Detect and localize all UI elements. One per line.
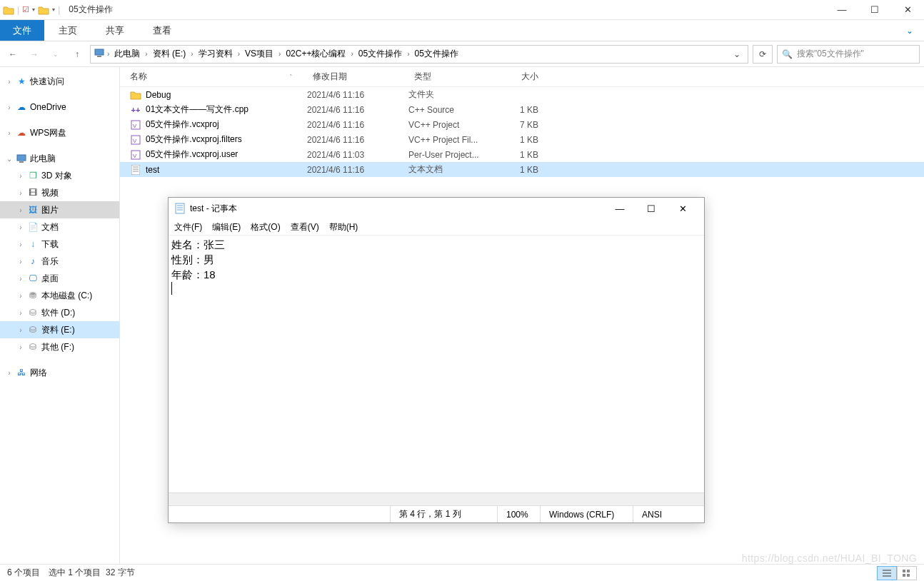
window-controls: — ☐ ✕	[825, 0, 924, 20]
qat-dropdown-2-icon[interactable]: ▾	[52, 6, 55, 13]
sidebar-label: 资料 (E:)	[41, 324, 75, 336]
tab-file[interactable]: 文件	[0, 20, 44, 41]
menu-help[interactable]: 帮助(H)	[329, 221, 358, 233]
notepad-scrollbar-horizontal[interactable]	[169, 492, 704, 505]
cursor-position: 第 4 行，第 1 列	[390, 506, 497, 522]
up-button[interactable]: ↑	[69, 46, 86, 63]
refresh-button[interactable]: ⟳	[753, 45, 773, 64]
sidebar-label: 视频	[41, 187, 59, 199]
qat-dropdown-icon[interactable]: ▾	[32, 6, 35, 13]
notepad-textarea[interactable]: 姓名：张三 性别：男 年龄：18	[169, 235, 704, 492]
sidebar-documents[interactable]: ›📄文档	[0, 218, 119, 236]
status-selection: 选中 1 个项目 32 字节	[49, 567, 135, 579]
sidebar-onedrive[interactable]: ›☁OneDrive	[0, 98, 119, 116]
ribbon-expand-icon[interactable]: ⌄	[895, 20, 924, 41]
sidebar-videos[interactable]: ›🎞视频	[0, 184, 119, 201]
col-size[interactable]: 大小	[494, 71, 544, 83]
file-name: 05文件操作.vcxproj	[146, 118, 219, 131]
minimize-button[interactable]: —	[825, 0, 858, 20]
crumb-2[interactable]: 学习资料	[196, 48, 236, 60]
star-icon: ★	[16, 76, 27, 87]
chevron-right-icon[interactable]: ›	[190, 50, 194, 58]
file-row[interactable]: V05文件操作.vcxproj.filters2021/4/6 11:16VC+…	[120, 132, 924, 147]
qat-folder-icon[interactable]	[38, 5, 49, 15]
icons-view-button[interactable]	[897, 566, 917, 580]
cube-icon: ❒	[27, 170, 39, 181]
qat-separator-2: |	[58, 5, 60, 15]
menu-format[interactable]: 格式(O)	[251, 221, 280, 233]
chevron-right-icon[interactable]: ›	[350, 50, 353, 58]
sidebar-drive-e[interactable]: ›⛁资料 (E:)	[0, 321, 119, 338]
sidebar-drive-c[interactable]: ›⛃本地磁盘 (C:)	[0, 287, 119, 304]
tab-home[interactable]: 主页	[44, 20, 91, 41]
col-type[interactable]: 类型	[408, 71, 494, 83]
notepad-close-button[interactable]: ✕	[667, 198, 698, 218]
notepad-titlebar[interactable]: test - 记事本 — ☐ ✕	[169, 198, 704, 219]
sidebar-drive-f[interactable]: ›⛁其他 (F:)	[0, 338, 119, 355]
notepad-minimize-button[interactable]: —	[604, 198, 636, 218]
back-button[interactable]: ←	[4, 46, 21, 63]
tab-share[interactable]: 共享	[91, 20, 139, 41]
details-view-button[interactable]	[877, 566, 897, 580]
menu-view[interactable]: 查看(V)	[291, 221, 319, 233]
status-item-count: 6 个项目	[7, 567, 40, 579]
breadcrumb[interactable]: › 此电脑 › 资料 (E:) › 学习资料 › VS项目 › 02C++核心编…	[90, 45, 748, 64]
crumb-3[interactable]: VS项目	[242, 48, 276, 60]
sidebar-drive-d[interactable]: ›⛁软件 (D:)	[0, 304, 119, 321]
drive-icon: ⛁	[27, 324, 39, 335]
file-row[interactable]: V05文件操作.vcxproj.user2021/4/6 11:03Per-Us…	[120, 147, 924, 162]
tab-view[interactable]: 查看	[139, 20, 186, 41]
chevron-right-icon[interactable]: ›	[106, 50, 110, 58]
qat-check-icon[interactable]: ☑	[22, 5, 29, 14]
sidebar-label: 3D 对象	[41, 170, 72, 182]
search-box[interactable]: 🔍 搜索"05文件操作"	[777, 45, 920, 64]
chevron-right-icon[interactable]: ›	[237, 50, 241, 58]
file-icon	[130, 164, 141, 176]
crumb-0[interactable]: 此电脑	[111, 48, 143, 60]
maximize-button[interactable]: ☐	[858, 0, 891, 20]
sidebar-label: 桌面	[41, 273, 59, 285]
file-icon: ++	[130, 104, 141, 116]
cloud-icon: ☁	[16, 127, 27, 138]
sidebar-this-pc[interactable]: ⌄此电脑	[0, 150, 119, 167]
recent-dropdown-icon[interactable]: ⌄	[47, 46, 64, 63]
crumb-5[interactable]: 05文件操作	[356, 48, 405, 60]
close-button[interactable]: ✕	[891, 0, 924, 20]
sidebar-quick-access[interactable]: ›★快速访问	[0, 73, 119, 90]
sidebar-network[interactable]: ›🖧网络	[0, 364, 119, 381]
sidebar-downloads[interactable]: ›↓下载	[0, 236, 119, 253]
chevron-right-icon[interactable]: ›	[144, 50, 148, 58]
sidebar-label: 音乐	[41, 256, 59, 268]
pc-icon	[16, 153, 27, 164]
notepad-window[interactable]: test - 记事本 — ☐ ✕ 文件(F) 编辑(E) 格式(O) 查看(V)…	[168, 197, 705, 523]
sidebar-label: 下载	[41, 238, 59, 251]
notepad-maximize-button[interactable]: ☐	[636, 198, 667, 218]
file-row[interactable]: Debug2021/4/6 11:16文件夹	[120, 87, 924, 102]
explorer-titlebar: | ☑ ▾ ▾ | 05文件操作 — ☐ ✕	[0, 0, 924, 20]
menu-file[interactable]: 文件(F)	[174, 221, 202, 233]
chevron-right-icon[interactable]: ›	[278, 50, 281, 58]
sidebar-desktop[interactable]: ›🖵桌面	[0, 270, 119, 287]
chevron-right-icon[interactable]: ›	[406, 50, 410, 58]
breadcrumb-dropdown-icon[interactable]: ⌄	[729, 49, 745, 59]
sidebar-label: 图片	[41, 204, 59, 216]
drive-icon: ⛁	[27, 307, 39, 318]
sidebar-music[interactable]: ›♪音乐	[0, 253, 119, 270]
sidebar-3d-objects[interactable]: ›❒3D 对象	[0, 167, 119, 184]
sidebar-pictures[interactable]: ›🖼图片	[0, 201, 119, 218]
col-name[interactable]: 名称˄	[120, 71, 307, 83]
sidebar-wps[interactable]: ›☁WPS网盘	[0, 124, 119, 141]
menu-edit[interactable]: 编辑(E)	[212, 221, 241, 233]
file-row[interactable]: test2021/4/6 11:16文本文档1 KB	[120, 162, 924, 177]
encoding: ANSI	[633, 506, 704, 522]
desktop-icon: 🖵	[27, 273, 39, 284]
crumb-1[interactable]: 资料 (E:)	[150, 48, 189, 60]
file-row[interactable]: V05文件操作.vcxproj2021/4/6 11:16VC++ Projec…	[120, 117, 924, 132]
file-date: 2021/4/6 11:03	[307, 150, 408, 160]
file-row[interactable]: ++01文本文件——写文件.cpp2021/4/6 11:16C++ Sourc…	[120, 102, 924, 117]
crumb-4[interactable]: 02C++核心编程	[283, 48, 348, 60]
svg-text:V: V	[133, 123, 137, 129]
forward-button[interactable]: →	[26, 46, 43, 63]
crumb-6[interactable]: 05文件操作	[411, 48, 461, 60]
col-date[interactable]: 修改日期	[307, 71, 408, 83]
